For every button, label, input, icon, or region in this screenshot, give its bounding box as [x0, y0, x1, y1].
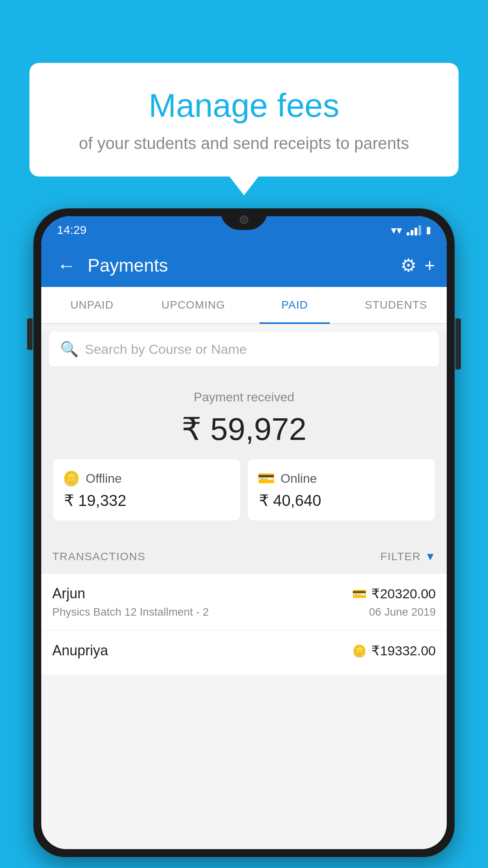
online-card-header: 💳 Online: [257, 470, 317, 487]
app-bar: ← Payments ⚙ +: [41, 244, 447, 287]
payment-total: ₹ 59,972: [53, 411, 435, 447]
app-bar-title: Payments: [88, 255, 393, 276]
payment-section: Payment received ₹ 59,972 🪙 Offline ₹ 19…: [41, 374, 447, 540]
online-amount: ₹ 40,640: [257, 491, 321, 509]
tab-upcoming[interactable]: UPCOMING: [143, 287, 244, 323]
filter-label: FILTER: [380, 550, 421, 563]
transactions-label: TRANSACTIONS: [52, 550, 145, 563]
phone-outer: 14:29 ▾▾ ▮ ← Payments ⚙: [33, 208, 455, 857]
online-icon: 💳: [257, 470, 275, 487]
filter-button[interactable]: FILTER ▼: [380, 550, 436, 563]
transaction-name: Arjun: [52, 585, 85, 602]
transaction-amount-row: 🪙 ₹19332.00: [352, 643, 436, 658]
payment-cards: 🪙 Offline ₹ 19,332 💳 Online ₹ 40,640: [53, 459, 435, 520]
transaction-amount: ₹19332.00: [371, 643, 436, 658]
battery-icon: ▮: [426, 224, 431, 235]
tabs-container: UNPAID UPCOMING PAID STUDENTS: [41, 287, 447, 324]
transaction-row-bottom: Physics Batch 12 Installment - 2 06 June…: [52, 606, 436, 618]
phone-container: 14:29 ▾▾ ▮ ← Payments ⚙: [33, 208, 455, 868]
online-type: Online: [281, 471, 317, 486]
transaction-amount: ₹20320.00: [371, 586, 436, 601]
tab-paid[interactable]: PAID: [244, 287, 345, 323]
wifi-icon: ▾▾: [391, 224, 402, 237]
offline-card-header: 🪙 Offline: [62, 470, 122, 487]
manage-fees-title: Manage fees: [53, 86, 435, 125]
transaction-amount-row: 💳 ₹20320.00: [352, 586, 436, 601]
search-placeholder: Search by Course or Name: [85, 342, 247, 357]
transaction-course: Physics Batch 12 Installment - 2: [52, 606, 209, 618]
tab-unpaid[interactable]: UNPAID: [41, 287, 143, 323]
online-card: 💳 Online ₹ 40,640: [248, 459, 435, 520]
settings-icon[interactable]: ⚙: [400, 255, 416, 276]
speech-bubble-container: Manage fees of your students and send re…: [29, 63, 459, 177]
transaction-date: 06 June 2019: [369, 606, 436, 618]
search-bar[interactable]: 🔍 Search by Course or Name: [49, 332, 439, 366]
transactions-header: TRANSACTIONS FILTER ▼: [41, 540, 447, 573]
status-time: 14:29: [57, 223, 86, 237]
search-icon: 🔍: [60, 340, 79, 358]
add-icon[interactable]: +: [424, 255, 435, 276]
transaction-row-top: Arjun 💳 ₹20320.00: [52, 585, 436, 602]
transaction-row-top: Anupriya 🪙 ₹19332.00: [52, 642, 436, 659]
camera-dot: [240, 215, 248, 224]
speech-bubble: Manage fees of your students and send re…: [29, 63, 459, 177]
card-icon: 💳: [352, 587, 367, 601]
signal-icon: [407, 224, 421, 235]
offline-amount: ₹ 19,332: [62, 491, 126, 509]
offline-card: 🪙 Offline ₹ 19,332: [53, 459, 240, 520]
transaction-name: Anupriya: [52, 642, 108, 659]
transaction-row[interactable]: Arjun 💳 ₹20320.00 Physics Batch 12 Insta…: [41, 573, 447, 630]
content-area: 🔍 Search by Course or Name Payment recei…: [41, 332, 447, 675]
filter-icon: ▼: [425, 550, 436, 563]
offline-icon: 🪙: [62, 470, 80, 487]
transaction-row[interactable]: Anupriya 🪙 ₹19332.00: [41, 630, 447, 675]
app-bar-actions: ⚙ +: [400, 255, 435, 276]
offline-type: Offline: [86, 471, 122, 486]
back-button[interactable]: ←: [53, 251, 80, 280]
offline-payment-icon: 🪙: [352, 644, 367, 658]
tab-students[interactable]: STUDENTS: [345, 287, 447, 323]
payment-label: Payment received: [53, 390, 435, 405]
status-icons: ▾▾ ▮: [391, 224, 431, 237]
phone-screen: 14:29 ▾▾ ▮ ← Payments ⚙: [41, 216, 447, 849]
manage-fees-subtitle: of your students and send receipts to pa…: [53, 134, 435, 153]
